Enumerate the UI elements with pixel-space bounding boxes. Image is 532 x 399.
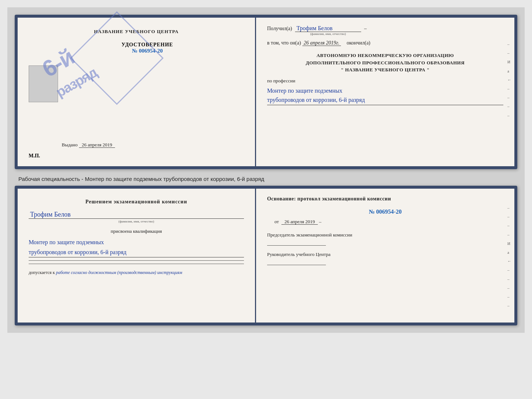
chairman-signature-line <box>267 245 326 246</box>
bottom-person-subtext: (фамилия, имя, отчество) <box>29 220 244 223</box>
allowed-value: работе согласно должностным (производств… <box>56 270 182 275</box>
qualification-line2: трубопроводов от коррозии, 6-й разряд <box>29 247 244 257</box>
qualification-line1: Монтер по защите подземных <box>29 237 244 247</box>
protocol-date-value: 26 апреля 2019 <box>281 219 318 225</box>
mp-label: М.П. <box>29 153 40 159</box>
bottom-certificate-book: Решением экзаменационной комиссии Трофим… <box>15 186 517 325</box>
basis-title: Основание: протокол экзаменационной коми… <box>267 196 503 202</box>
top-cert-left-page: НАЗВАНИЕ УЧЕБНОГО ЦЕНТРА УДОСТОВЕРЕНИЕ №… <box>18 18 256 166</box>
org-line2: ДОПОЛНИТЕЛЬНОГО ПРОФЕССИОНАЛЬНОГО ОБРАЗО… <box>267 59 503 67</box>
issued-label: Выдано <box>62 142 78 147</box>
director-label: Руководитель учебного Центра <box>267 252 503 257</box>
protocol-date-prefix: от <box>274 219 279 224</box>
page-container: НАЗВАНИЕ УЧЕБНОГО ЦЕНТРА УДОСТОВЕРЕНИЕ №… <box>7 7 525 333</box>
issued-date: 26 апреля 2019 <box>79 142 115 148</box>
director-block: Руководитель учебного Центра <box>267 252 503 265</box>
chairman-label: Председатель экзаменационной комиссии <box>267 232 503 238</box>
blank-line-2 <box>29 264 244 264</box>
received-subtext: (фамилия, имя, отчество) <box>295 32 361 36</box>
received-line: Получил(а) Трофим Белов (фамилия, имя, о… <box>267 25 503 36</box>
diamond-stamp <box>70 11 164 105</box>
date-value: 26 апреля 2019г. <box>302 40 341 46</box>
director-signature-line <box>267 265 326 265</box>
org-line1: АВТОНОМНУЮ НЕКОММЕРЧЕСКУЮ ОРГАНИЗАЦИЮ <box>267 52 503 59</box>
top-certificate-book: НАЗВАНИЕ УЧЕБНОГО ЦЕНТРА УДОСТОВЕРЕНИЕ №… <box>15 15 517 169</box>
date-line: в том, что он(а) 26 апреля 2019г. окончи… <box>267 40 503 46</box>
protocol-number: № 006954-20 <box>267 209 503 215</box>
received-label: Получил(а) <box>267 26 292 32</box>
received-dash: – <box>364 26 367 32</box>
top-cert-right-page: Получил(а) Трофим Белов (фамилия, имя, о… <box>256 18 514 166</box>
right-sidebar-marks: – – И а ← – – – – <box>507 40 511 120</box>
date-suffix: окончил(а) <box>346 40 370 46</box>
org-line3: " НАЗВАНИЕ УЧЕБНОГО ЦЕНТРА " <box>267 66 503 74</box>
profession-value: Монтер по защите подземных трубопроводов… <box>267 86 503 105</box>
issued-line: Выдано 26 апреля 2019 <box>62 142 115 148</box>
received-name: Трофим Белов <box>295 25 361 32</box>
profession-line1: Монтер по защите подземных <box>267 86 503 96</box>
protocol-date: от 26 апреля 2019 – <box>267 219 503 225</box>
blank-line-1 <box>29 260 244 261</box>
between-text: Рабочая специальность - Монтер по защите… <box>18 176 517 182</box>
date-prefix: в том, что он(а) <box>267 40 301 46</box>
bottom-cert-right-page: Основание: протокол экзаменационной коми… <box>256 189 514 323</box>
qualification-value: Монтер по защите подземных трубопроводов… <box>29 237 244 257</box>
allowed-prefix: допускается к <box>29 270 55 275</box>
bottom-right-sidebar-marks: – – – – И а ← – – – – – <box>507 203 511 310</box>
profession-label: по профессии <box>267 78 503 84</box>
profession-line2: трубопроводов от коррозии, 6-й разряд <box>267 95 503 105</box>
allowed-text: допускается к работе согласно должностны… <box>29 270 244 275</box>
decision-title: Решением экзаменационной комиссии <box>29 199 244 205</box>
assigned-label: присвоена квалификация <box>29 228 244 234</box>
org-block: АВТОНОМНУЮ НЕКОММЕРЧЕСКУЮ ОРГАНИЗАЦИЮ ДО… <box>267 52 503 74</box>
chairman-block: Председатель экзаменационной комиссии <box>267 232 503 246</box>
bottom-cert-left-page: Решением экзаменационной комиссии Трофим… <box>18 189 256 323</box>
bottom-person-name: Трофим Белов <box>29 211 244 219</box>
